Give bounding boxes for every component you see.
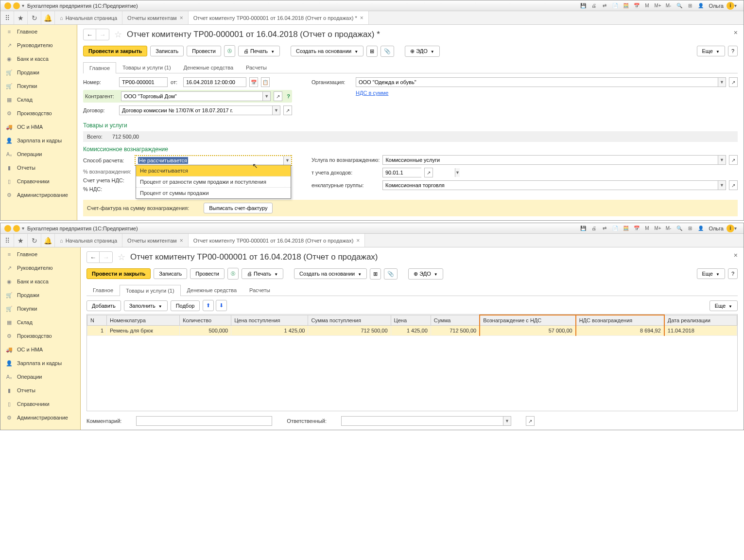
dd-option-2[interactable]: Процент от разности сумм продажи и посту… [136, 176, 291, 188]
notifications-icon[interactable]: 🔔 [41, 11, 55, 24]
fill-button[interactable]: Заполнить ▼ [124, 300, 168, 311]
tab-reports[interactable]: Отчеты комитентам× [122, 11, 189, 24]
save-icon[interactable]: 💾 [579, 225, 587, 232]
th-n[interactable]: N [87, 315, 107, 326]
save-button[interactable]: Записать [154, 268, 187, 279]
tab-document[interactable]: Отчет комитенту ТР00-000001 от 16.04.201… [189, 234, 365, 247]
favorites-icon[interactable]: ★ [14, 234, 28, 247]
close-doc-button[interactable]: × [734, 251, 738, 259]
cell-date[interactable]: 11.04.2018 [664, 326, 737, 336]
tab-main[interactable]: Главное [87, 284, 120, 296]
calc-method-combo[interactable]: Не рассчитывается ▼ Не рассчитывается Пр… [135, 155, 292, 166]
tab-main[interactable]: Главное [83, 62, 116, 73]
compare-icon[interactable]: ⇄ [601, 225, 608, 232]
m-minus-icon[interactable]: M- [665, 225, 673, 232]
move-up-button[interactable]: ⬆ [203, 300, 214, 311]
dd-option-3[interactable]: Процент от суммы продажи [136, 188, 291, 198]
calc-icon[interactable]: 🧮 [622, 2, 630, 10]
cell-price-in[interactable]: 1 425,00 [231, 326, 308, 336]
calendar-icon[interactable]: 📅 [633, 2, 640, 10]
forward-button[interactable]: → [100, 252, 112, 262]
cell-n[interactable]: 1 [87, 326, 107, 336]
org-input[interactable] [356, 78, 718, 87]
table-more-button[interactable]: Еще ▼ [709, 300, 738, 311]
th-price[interactable]: Цена [391, 315, 431, 326]
cell-qty[interactable]: 500,000 [180, 326, 231, 336]
sidebar-item-assets[interactable]: 🚚ОС и НМА [0, 343, 80, 356]
tab-home[interactable]: ⌂Начальная страница [55, 11, 122, 24]
sidebar-item-operations[interactable]: AₓОперации [0, 370, 80, 384]
help-button[interactable]: ? [728, 46, 738, 56]
resp-combo[interactable]: ▼ [341, 416, 511, 426]
m-minus-icon[interactable]: M- [665, 2, 673, 10]
sidebar-item-reports[interactable]: ▮Отчеты [0, 384, 80, 397]
close-icon[interactable]: × [360, 15, 363, 21]
chevron-down-icon[interactable]: ▼ [272, 106, 280, 115]
comment-input[interactable] [136, 416, 272, 426]
favorite-star-icon[interactable]: ☆ [114, 29, 122, 40]
print-icon[interactable]: 🖨 [590, 225, 598, 232]
service-combo[interactable]: ▼ [382, 155, 726, 165]
contract-input[interactable] [120, 106, 272, 115]
sidebar-item-assets[interactable]: 🚚ОС и НМА [0, 120, 77, 134]
m-icon[interactable]: M [643, 2, 651, 10]
open-icon[interactable]: ↗ [526, 416, 535, 426]
contr-input[interactable] [121, 92, 262, 101]
move-down-button[interactable]: ⬇ [216, 300, 227, 311]
contract-combo[interactable]: ▼ [119, 105, 280, 115]
th-sum-in[interactable]: Сумма поступления [308, 315, 391, 326]
calendar-icon[interactable]: 📅 [633, 225, 640, 232]
sidebar-item-production[interactable]: ⚙Производство [0, 329, 80, 343]
search-icon[interactable]: 🔍 [675, 2, 683, 10]
post-close-button[interactable]: Провести и закрыть [87, 268, 151, 279]
open-icon[interactable]: ↗ [424, 168, 433, 177]
more-button[interactable]: Еще ▼ [697, 46, 725, 56]
calendar-icon[interactable]: 📅 [249, 77, 258, 87]
income-acc-input[interactable] [383, 168, 455, 177]
dd-option-1[interactable]: Не рассчитывается [136, 165, 291, 176]
contr-combo[interactable]: ▼ [121, 91, 271, 101]
m-icon[interactable]: M [643, 225, 651, 232]
tab-goods[interactable]: Товары и услуги (1) [120, 285, 181, 296]
cell-nds[interactable]: 8 694,92 [576, 326, 664, 336]
income-acc-combo[interactable]: ▼ [382, 168, 421, 177]
open-icon[interactable]: ↗ [274, 91, 282, 101]
open-icon[interactable]: ↗ [729, 155, 738, 165]
apps-grid-icon[interactable]: ⠿ [0, 234, 14, 247]
save-button[interactable]: Записать [150, 46, 184, 56]
tab-calc[interactable]: Расчеты [240, 62, 273, 73]
cell-price[interactable]: 1 425,00 [391, 326, 431, 336]
movements-button[interactable]: Ⓐ [227, 268, 239, 280]
notifications-icon[interactable]: 🔔 [41, 234, 55, 247]
close-doc-button[interactable]: × [734, 29, 738, 36]
structure-button[interactable]: ⊞ [366, 46, 378, 57]
th-date[interactable]: Дата реализации [664, 315, 737, 326]
compare-icon[interactable]: ⇄ [601, 2, 608, 10]
apps-grid-icon[interactable]: ⠿ [0, 11, 14, 24]
favorite-star-icon[interactable]: ☆ [118, 252, 125, 262]
info-dd-icon[interactable]: ▾ [734, 3, 737, 8]
chevron-down-icon[interactable]: ▼ [503, 417, 511, 425]
chevron-down-icon[interactable]: ▼ [262, 92, 270, 101]
resp-input[interactable] [342, 417, 503, 425]
th-comm[interactable]: Вознаграждение с НДС [480, 315, 575, 326]
org-combo[interactable]: ▼ [356, 77, 726, 87]
th-qty[interactable]: Количество [180, 315, 231, 326]
cell-sum[interactable]: 712 500,00 [431, 326, 480, 336]
open-icon[interactable]: ↗ [729, 77, 738, 87]
chevron-down-icon[interactable]: ▼ [455, 168, 460, 177]
back-button[interactable]: ← [84, 29, 96, 40]
m-plus-icon[interactable]: M+ [654, 2, 662, 10]
sidebar-item-sales[interactable]: 🛒Продажи [0, 66, 77, 79]
print-icon[interactable]: 🖨 [590, 2, 598, 10]
edo-button[interactable]: ⊕ ЭДО ▼ [405, 46, 440, 57]
sidebar-item-sales[interactable]: 🛒Продажи [0, 288, 80, 302]
close-icon[interactable]: × [356, 237, 360, 244]
tab-document[interactable]: Отчет комитенту ТР00-000001 от 16.04.201… [189, 11, 369, 24]
tab-calc[interactable]: Расчеты [243, 284, 277, 296]
edo-button[interactable]: ⊕ ЭДО ▼ [408, 268, 443, 280]
chevron-down-icon[interactable]: ▼ [718, 156, 726, 164]
cell-nom[interactable]: Ремень для брюк [107, 326, 180, 336]
calc-icon[interactable]: 🧮 [622, 225, 630, 232]
attach-button[interactable]: 📎 [381, 46, 394, 57]
